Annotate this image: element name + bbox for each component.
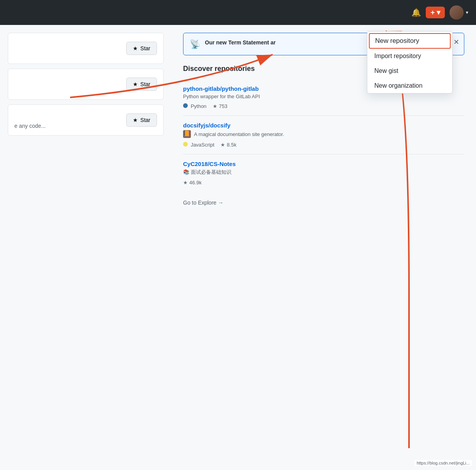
repo-meta-python-gitlab: Python ★ 753: [183, 103, 464, 109]
url-bar: https://blog.csdn.net/jingLi...: [414, 460, 472, 466]
avatar: [450, 5, 464, 19]
repo-lang-python-gitlab: Python: [183, 103, 206, 109]
star-button-2[interactable]: ★ Star: [126, 78, 157, 91]
dropdown-item-import-repo[interactable]: Import repository: [367, 49, 452, 64]
star-card-3: e any code... ★ Star: [8, 104, 164, 136]
repo-name-docsify[interactable]: docsifyjs/docsify: [183, 122, 464, 129]
lang-dot-python: [183, 103, 188, 108]
repo-meta-docsify: JavaScript ★ 8.5k: [183, 142, 464, 148]
explore-link[interactable]: Go to Explore →: [183, 200, 464, 206]
repo-name-csnotes[interactable]: CyC2018/CS-Notes: [183, 161, 464, 167]
dropdown-item-new-gist[interactable]: New gist: [367, 64, 452, 78]
notification-text: Our new Term Statement ar: [205, 39, 276, 47]
star-card-1: ★ Star: [8, 33, 164, 64]
repo-desc-text-csnotes: 📚 面试必备基础知识: [183, 169, 231, 176]
chevron-down-icon: ▾: [466, 10, 468, 15]
repo-meta-csnotes: ★ 46.9k: [183, 180, 464, 186]
star-button-1[interactable]: ★ Star: [126, 42, 157, 55]
star-label-2: Star: [140, 81, 150, 87]
star-count-icon-1: ★: [213, 103, 217, 109]
star-count-docsify: ★ 8.5k: [220, 142, 236, 148]
lang-label-python-gitlab: Python: [191, 103, 206, 109]
docsify-avatar: 📙: [183, 130, 191, 138]
sidebar: ★ Star ★ Star e any code... ★ Star: [0, 25, 171, 470]
star-count-value-2: 8.5k: [227, 142, 236, 148]
star-icon-2: ★: [133, 81, 138, 87]
repo-lang-docsify: JavaScript: [183, 142, 214, 148]
sidebar-hint: e any code...: [14, 123, 46, 129]
dropdown-item-new-repo[interactable]: New repository: [369, 33, 451, 49]
star-card-2: ★ Star: [8, 69, 164, 100]
lang-dot-javascript: [183, 142, 188, 147]
repo-desc-text-docsify: A magical documentation site generator.: [194, 131, 284, 137]
repo-desc-docsify: 📙 A magical documentation site generator…: [183, 130, 464, 138]
repo-desc-text-python-gitlab: Python wrapper for the GitLab API: [183, 94, 260, 99]
star-icon-3: ★: [133, 117, 138, 123]
notification-close-button[interactable]: ✕: [453, 38, 459, 46]
dropdown-menu: New repository Import repository New gis…: [367, 31, 453, 94]
lang-label-docsify: JavaScript: [191, 142, 215, 148]
star-count-icon-2: ★: [220, 142, 225, 148]
notification-icon: 📡: [190, 39, 200, 49]
star-count-value-3: 46.9k: [189, 180, 202, 186]
star-count-value-1: 753: [219, 103, 227, 109]
star-count-csnotes: ★ 46.9k: [183, 180, 202, 186]
avatar-button[interactable]: [450, 5, 464, 19]
star-label-1: Star: [140, 45, 150, 51]
header: 🔔 + ▾ ▾: [0, 0, 476, 25]
repo-desc-python-gitlab: Python wrapper for the GitLab API: [183, 94, 464, 99]
plus-button[interactable]: + ▾: [426, 7, 445, 18]
dropdown-item-new-org[interactable]: New organization: [367, 78, 452, 93]
star-count-python-gitlab: ★ 753: [213, 103, 227, 109]
bell-icon[interactable]: 🔔: [411, 8, 421, 17]
star-icon-1: ★: [133, 45, 138, 51]
star-label-3: Star: [140, 117, 150, 123]
star-button-3[interactable]: ★ Star: [126, 113, 157, 127]
repo-card-csnotes: CyC2018/CS-Notes 📚 面试必备基础知识 ★ 46.9k: [183, 154, 464, 192]
repo-card-docsify: docsifyjs/docsify 📙 A magical documentat…: [183, 116, 464, 154]
star-count-icon-3: ★: [183, 180, 188, 186]
repo-desc-csnotes: 📚 面试必备基础知识: [183, 169, 464, 176]
header-icons: 🔔 + ▾ ▾: [411, 5, 468, 19]
